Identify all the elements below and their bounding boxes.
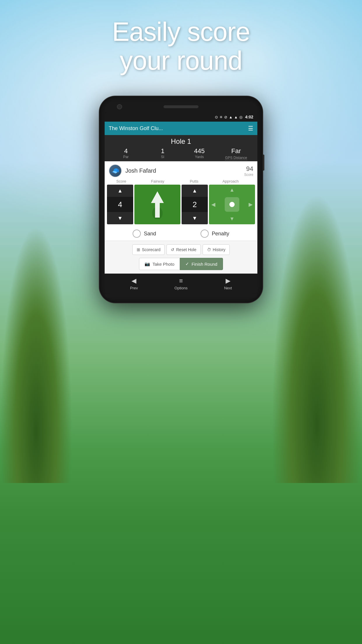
finish-round-button[interactable]: ✓ Finish Round: [180, 258, 223, 270]
reset-hole-button[interactable]: ↺ Reset Hole: [166, 244, 201, 255]
score-stepper: ▲ 4 ▼: [107, 185, 133, 224]
prev-label: Prev: [130, 286, 138, 290]
avatar-icon: 🧢: [111, 167, 119, 175]
hero-line2: your round: [0, 46, 362, 75]
yards-value: 445: [181, 147, 218, 155]
history-icon: ⏱: [207, 247, 211, 252]
sand-label: Sand: [144, 231, 156, 237]
nav-prev[interactable]: ◀ Prev: [110, 277, 157, 290]
hole-header: Hole 1 4 Par 1 SI 445 Yards: [105, 135, 257, 161]
take-photo-label: Take Photo: [152, 262, 174, 267]
checkbox-row: Sand Penalty: [105, 227, 257, 241]
hole-stats: 4 Par 1 SI 445 Yards Far: [105, 147, 257, 160]
options-icon: ≡: [179, 277, 183, 285]
action-row-1: ⊞ Scorecard ↺ Reset Hole ⏱ History: [109, 244, 253, 255]
next-label: Next: [224, 286, 232, 290]
approach-arrow-up-icon: ▲: [229, 187, 235, 193]
bottom-nav: ◀ Prev ≡ Options ▶ Next: [105, 274, 257, 293]
penalty-checkbox[interactable]: [201, 230, 209, 238]
status-bar: ⊙ ✳ ⊘ ▲ ▲ ◎ 4:02: [105, 112, 257, 122]
front-camera: [117, 104, 122, 109]
score-value: 4: [107, 197, 133, 212]
signal-icon: ▲: [234, 115, 238, 119]
player-score-area: 94 Score: [244, 165, 253, 177]
hole-gps: Far GPS Distance: [218, 147, 254, 160]
penalty-checkbox-item: Penalty: [201, 230, 229, 238]
gps-value: Far: [218, 147, 254, 155]
camera-icon: 📷: [145, 261, 150, 267]
history-label: History: [213, 247, 226, 252]
player-header: 🧢 Josh Fafard 94 Score: [105, 161, 257, 179]
wifi-icon: ▲: [229, 115, 233, 119]
sand-checkbox[interactable]: [133, 230, 141, 238]
phone-top-bar: [105, 102, 257, 112]
approach-arrow-down-icon: ▼: [229, 216, 235, 222]
par-value: 4: [108, 147, 144, 155]
fairway-control[interactable]: [134, 185, 180, 224]
take-photo-button[interactable]: 📷 Take Photo: [139, 258, 180, 270]
nav-next[interactable]: ▶ Next: [205, 277, 252, 290]
history-button[interactable]: ⏱ History: [203, 244, 230, 255]
next-icon: ▶: [226, 277, 231, 285]
bluetooth-icon: ✳: [219, 115, 223, 119]
scoring-grid: Score Fairway Putts Approach ▲ 4: [105, 179, 257, 227]
reset-hole-label: Reset Hole: [176, 247, 196, 252]
penalty-label: Penalty: [212, 231, 229, 237]
hero-line1: Easily score: [0, 18, 362, 46]
approach-control[interactable]: ▲ ▼ ◀ ▶: [209, 185, 255, 224]
scorecard-button[interactable]: ⊞ Scorecard: [132, 244, 165, 255]
player-score-value: 94: [244, 165, 253, 173]
hero-text: Easily score your round: [0, 18, 362, 75]
phone-screen: ⊙ ✳ ⊘ ▲ ▲ ◎ 4:02 The Winston Golf Clu...…: [105, 112, 257, 293]
score-down-icon: ▼: [117, 215, 123, 221]
battery-icon: ◎: [239, 115, 242, 119]
score-down-button[interactable]: ▼: [107, 212, 133, 224]
menu-button[interactable]: ☰: [248, 125, 253, 131]
location-icon: ⊙: [215, 115, 218, 119]
putts-down-icon: ▼: [192, 215, 197, 221]
par-label: Par: [108, 155, 144, 159]
putts-col-label: Putts: [181, 179, 207, 183]
phone-bottom-bar: [105, 294, 257, 298]
approach-arrow-right-icon: ▶: [249, 201, 253, 208]
putts-stepper: ▲ 2 ▼: [182, 185, 208, 224]
scorecard-label: Scorecard: [142, 247, 161, 252]
approach-col-label: Approach: [207, 179, 254, 183]
app-title: The Winston Golf Clu...: [109, 125, 163, 132]
nav-options[interactable]: ≡ Options: [157, 277, 204, 290]
sand-checkbox-item: Sand: [133, 230, 156, 238]
putts-down-button[interactable]: ▼: [182, 212, 208, 224]
prev-icon: ◀: [131, 277, 136, 285]
phone-wrapper: ⊙ ✳ ⊘ ▲ ▲ ◎ 4:02 The Winston Golf Clu...…: [99, 96, 263, 303]
hole-si: 1 SI: [144, 147, 181, 160]
app-header: The Winston Golf Clu... ☰: [105, 122, 257, 135]
score-up-button[interactable]: ▲: [107, 185, 133, 197]
scoring-controls: ▲ 4 ▼: [107, 185, 255, 224]
hole-par: 4 Par: [108, 147, 144, 160]
hole-title: Hole 1: [105, 137, 257, 146]
trees-right: [272, 193, 362, 483]
putts-up-icon: ▲: [192, 188, 197, 194]
side-button: [263, 155, 264, 171]
hole-yards: 445 Yards: [181, 147, 218, 160]
fairway-arrow-svg: [149, 190, 166, 219]
scorecard-icon: ⊞: [137, 247, 140, 252]
fairway-col-label: Fairway: [134, 179, 181, 183]
avatar: 🧢: [109, 164, 122, 177]
putts-value: 2: [182, 197, 208, 212]
status-time: 4:02: [245, 115, 253, 119]
scoring-labels: Score Fairway Putts Approach: [107, 179, 255, 185]
status-icons: ⊙ ✳ ⊘ ▲ ▲ ◎ 4:02: [215, 115, 253, 119]
speaker-grill: [164, 105, 198, 108]
check-icon: ✓: [185, 261, 189, 267]
player-section: 🧢 Josh Fafard 94 Score Score Fairway: [105, 161, 257, 241]
phone-device: ⊙ ✳ ⊘ ▲ ▲ ◎ 4:02 The Winston Golf Clu...…: [99, 96, 263, 303]
score-col-label: Score: [108, 179, 134, 183]
si-value: 1: [144, 147, 181, 155]
putts-up-button[interactable]: ▲: [182, 185, 208, 197]
app-content: Hole 1 4 Par 1 SI 445 Yards: [105, 135, 257, 274]
score-up-icon: ▲: [117, 188, 123, 194]
player-name: Josh Fafard: [125, 167, 244, 174]
gps-label: GPS Distance: [225, 156, 247, 160]
approach-arrow-left-icon: ◀: [211, 201, 215, 208]
